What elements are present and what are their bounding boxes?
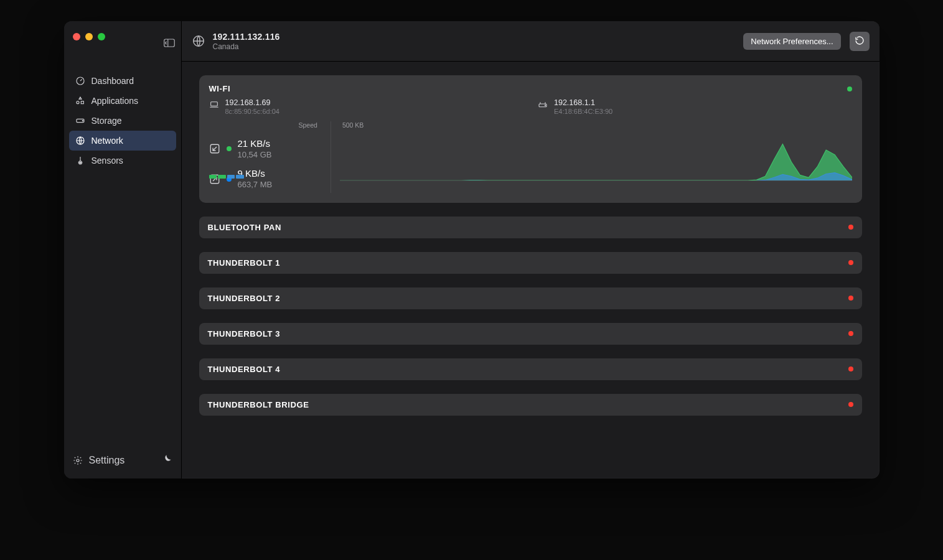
status-dot-off [848,331,853,336]
laptop-icon [209,100,219,107]
chart-svg [340,121,852,181]
window-maximize-button[interactable] [98,33,105,40]
interface-row[interactable]: THUNDERBOLT BRIDGE [199,394,862,416]
sidebar-item-dashboard[interactable]: Dashboard [69,71,176,91]
interface-row[interactable]: THUNDERBOLT 4 [199,358,862,380]
public-ip-block: 192.111.132.116 Canada [192,32,280,51]
svg-rect-11 [210,102,217,106]
chart-baseline [340,180,852,181]
sidebar-footer: Settings [64,445,181,478]
app-window: Dashboard Applications Storage [64,21,880,478]
svg-point-6 [82,120,83,121]
sidebar-item-label: Dashboard [91,76,134,86]
interface-title: BLUETOOTH PAN [208,223,282,232]
sidebar-item-label: Sensors [91,156,123,166]
legend-dot-green [227,146,232,151]
wifi-title: WI-FI [209,84,231,93]
interface-title: THUNDERBOLT 3 [208,329,281,338]
public-ip: 192.111.132.116 [213,32,280,42]
chart-speed-label: Speed [299,121,317,129]
interface-row[interactable]: THUNDERBOLT 3 [199,323,862,345]
sidebar: Dashboard Applications Storage [64,21,182,478]
thermo-icon [75,156,85,166]
toolbar: 192.111.132.116 Canada Network Preferenc… [182,21,880,62]
download-total: 10,54 GB [238,150,272,161]
globe-icon [192,34,205,48]
wifi-card[interactable]: WI-FI 192.168.1.69 8c:85:90:5c:6d:04 [199,75,862,203]
device-mac: 8c:85:90:5c:6d:04 [225,108,279,115]
interface-title: THUNDERBOLT BRIDGE [208,400,309,409]
content: 192.111.132.116 Canada Network Preferenc… [182,21,880,478]
status-dot-off [848,260,853,265]
window-controls [64,21,114,45]
traffic-chart: 21 KB/s 10,54 GB 9 KB/s [209,121,852,193]
status-dot-on [847,86,852,91]
interface-title: THUNDERBOLT 4 [208,365,281,374]
interface-title: THUNDERBOLT 2 [208,294,281,303]
download-rate: 21 KB/s [238,138,272,150]
window-close-button[interactable] [73,33,80,40]
sidebar-item-network[interactable]: Network [69,131,176,151]
svg-point-8 [79,162,81,164]
status-dot-off [848,402,853,407]
sidebar-item-label: Storage [91,116,122,126]
sidebar-nav: Dashboard Applications Storage [64,71,181,170]
status-dot-off [848,366,853,371]
refresh-icon [855,35,865,47]
public-ip-location: Canada [213,42,280,51]
network-preferences-button[interactable]: Network Preferences... [743,33,840,50]
disk-icon [75,116,85,126]
upload-total: 663,7 MB [238,180,273,190]
svg-point-9 [77,459,79,462]
svg-rect-4 [81,101,83,104]
interface-title: THUNDERBOLT 1 [208,258,281,268]
sidebar-item-applications[interactable]: Applications [69,91,176,111]
router-icon [538,100,548,107]
globe-icon [75,136,85,146]
svg-point-13 [545,105,545,106]
settings-button[interactable]: Settings [89,455,125,466]
wifi-device-info: 192.168.1.69 8c:85:90:5c:6d:04 [209,98,523,115]
interface-list: BLUETOOTH PANTHUNDERBOLT 1THUNDERBOLT 2T… [199,217,862,416]
refresh-button[interactable] [850,32,870,51]
wifi-router-info: 192.168.1.1 E4:18:6B:4C:E3:90 [538,98,852,115]
download-legend: 21 KB/s 10,54 GB [209,135,331,162]
status-dot-off [848,225,853,230]
gauge-icon [75,76,85,86]
interface-row[interactable]: THUNDERBOLT 1 [199,252,862,274]
svg-point-3 [77,101,79,104]
window-minimize-button[interactable] [85,33,93,40]
chart-area: Speed 500 KB [340,121,852,193]
download-arrow-icon [209,143,220,154]
device-ip: 192.168.1.69 [225,98,279,107]
theme-toggle[interactable] [161,454,172,467]
interface-row[interactable]: BLUETOOTH PAN [199,217,862,238]
router-mac: E4:18:6B:4C:E3:90 [554,108,612,115]
sidebar-item-label: Applications [91,96,139,106]
status-dot-off [848,296,853,301]
sidebar-item-label: Network [91,136,123,146]
sidebar-item-storage[interactable]: Storage [69,111,176,131]
gear-icon [73,455,83,465]
router-ip: 192.168.1.1 [554,98,612,107]
apps-icon [75,96,85,106]
main: WI-FI 192.168.1.69 8c:85:90:5c:6d:04 [182,62,880,443]
sidebar-collapse-button[interactable] [164,39,175,47]
interface-row[interactable]: THUNDERBOLT 2 [199,287,862,309]
sidebar-item-sensors[interactable]: Sensors [69,151,176,170]
mini-bars [209,175,244,181]
chart-legend: 21 KB/s 10,54 GB 9 KB/s [209,121,331,193]
